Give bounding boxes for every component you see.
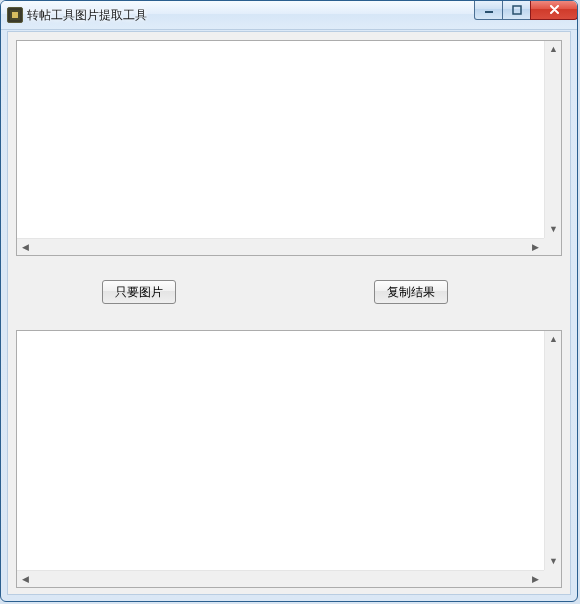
- scroll-up-icon[interactable]: ▲: [545, 41, 562, 58]
- close-button[interactable]: [530, 0, 578, 20]
- input-panel: ▲ ▼ ◀ ▶: [16, 40, 562, 256]
- output-vertical-scrollbar[interactable]: ▲ ▼: [544, 331, 561, 570]
- scroll-up-icon[interactable]: ▲: [545, 331, 562, 348]
- window-controls: [475, 0, 578, 20]
- output-panel: ▲ ▼ ◀ ▶: [16, 330, 562, 588]
- button-row: 只要图片 复制结果: [16, 264, 562, 320]
- app-icon: [7, 7, 23, 23]
- input-horizontal-scrollbar[interactable]: ◀ ▶: [17, 238, 544, 255]
- copy-result-button[interactable]: 复制结果: [374, 280, 448, 304]
- output-textarea[interactable]: [17, 331, 544, 570]
- scroll-corner: [544, 238, 561, 255]
- minimize-button[interactable]: [474, 0, 503, 20]
- svg-rect-2: [485, 11, 493, 13]
- input-textarea[interactable]: [17, 41, 544, 238]
- scroll-corner: [544, 570, 561, 587]
- scroll-down-icon[interactable]: ▼: [545, 221, 562, 238]
- extract-images-button[interactable]: 只要图片: [102, 280, 176, 304]
- app-window: 转帖工具图片提取工具 ▲ ▼: [0, 0, 578, 602]
- titlebar[interactable]: 转帖工具图片提取工具: [1, 1, 577, 30]
- scroll-right-icon[interactable]: ▶: [527, 239, 544, 256]
- svg-rect-3: [513, 6, 521, 14]
- output-horizontal-scrollbar[interactable]: ◀ ▶: [17, 570, 544, 587]
- scroll-right-icon[interactable]: ▶: [527, 571, 544, 588]
- input-vertical-scrollbar[interactable]: ▲ ▼: [544, 41, 561, 238]
- maximize-button[interactable]: [502, 0, 531, 20]
- client-area: ▲ ▼ ◀ ▶ 只要图片 复制结果 ▲ ▼ ◀ ▶: [7, 31, 571, 595]
- scroll-down-icon[interactable]: ▼: [545, 553, 562, 570]
- window-title: 转帖工具图片提取工具: [27, 1, 147, 29]
- scroll-left-icon[interactable]: ◀: [17, 239, 34, 256]
- scroll-left-icon[interactable]: ◀: [17, 571, 34, 588]
- svg-rect-1: [12, 12, 18, 18]
